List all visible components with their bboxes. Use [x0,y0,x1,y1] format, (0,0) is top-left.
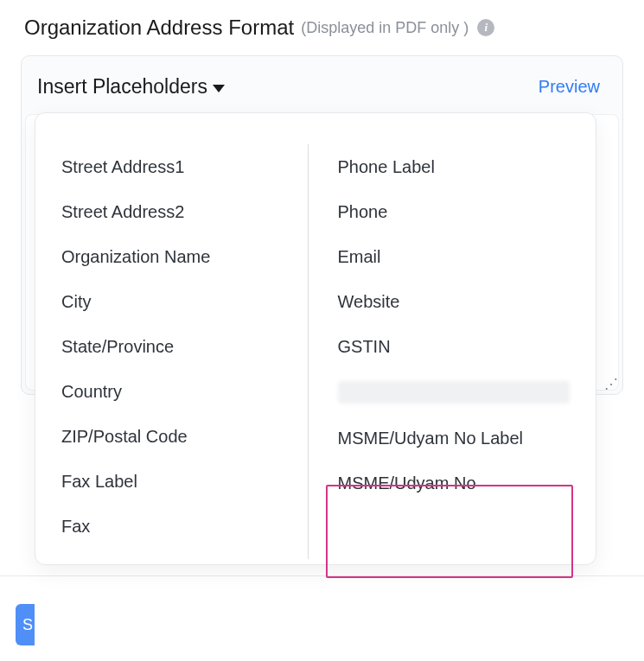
placeholder-item[interactable]: ZIP/Postal Code [56,414,299,459]
placeholder-item[interactable]: City [56,279,299,324]
save-button-label: S [22,616,33,634]
placeholders-column-right: Phone Label Phone Email Website GSTIN MS… [309,144,576,559]
placeholder-item-redacted [338,381,571,404]
placeholder-item-msme-label[interactable]: MSME/Udyam No Label [333,416,576,461]
placeholder-item[interactable]: Phone [333,189,576,234]
panel-header: Insert Placeholders Preview [22,56,622,114]
placeholder-item[interactable]: Country [56,369,299,414]
info-icon[interactable]: i [477,19,494,36]
section-header: Organization Address Format (Displayed i… [0,0,644,43]
insert-placeholders-label: Insert Placeholders [37,75,207,99]
highlight-annotation [326,485,573,578]
placeholder-item[interactable]: Street Address2 [56,189,299,234]
placeholder-item[interactable]: Organization Name [56,234,299,279]
section-subtitle: (Displayed in PDF only ) [301,19,469,37]
placeholder-item[interactable]: Fax Label [56,459,299,504]
placeholder-item[interactable]: Email [333,234,576,279]
placeholders-dropdown: Street Address1 Street Address2 Organiza… [35,112,596,565]
placeholders-column-left: Street Address1 Street Address2 Organiza… [56,144,309,559]
chevron-down-icon [213,85,225,92]
placeholder-item[interactable]: Street Address1 [56,144,299,189]
section-title: Organization Address Format [24,16,294,40]
placeholder-item[interactable]: GSTIN [333,324,576,369]
placeholder-item[interactable]: Website [333,279,576,324]
placeholder-item[interactable]: State/Province [56,324,299,369]
placeholder-item[interactable]: Fax [56,504,299,549]
preview-link[interactable]: Preview [539,77,600,97]
resize-handle-icon[interactable]: ⋰ [604,381,616,388]
insert-placeholders-button[interactable]: Insert Placeholders [37,75,225,99]
placeholder-item[interactable]: Phone Label [333,144,576,189]
save-button[interactable]: S [16,604,35,645]
